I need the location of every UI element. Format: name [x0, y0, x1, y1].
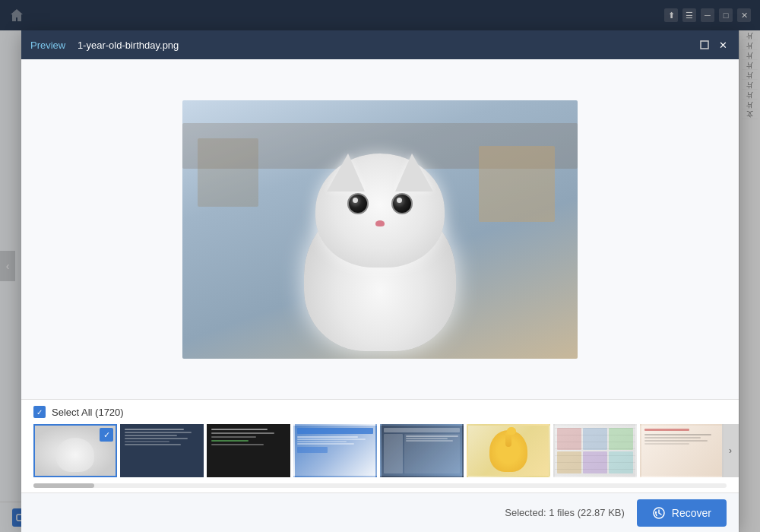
thumb-screenshot-content: [295, 426, 375, 476]
thumb-document-content: [641, 426, 722, 476]
select-all-row[interactable]: ✓ Select All (1720): [21, 400, 739, 424]
thumbnail-item[interactable]: [120, 424, 204, 477]
cat-nose: [375, 220, 385, 226]
recover-button[interactable]: Recover: [637, 499, 727, 527]
thumbnail-item[interactable]: [293, 424, 377, 477]
thumbnail-scrollbar-thumb[interactable]: [33, 483, 94, 488]
modal-title-preview-label: Preview: [30, 40, 65, 51]
cat-head: [315, 154, 445, 268]
thumbnail-item[interactable]: [380, 424, 464, 477]
thumb-cat-body: [56, 438, 94, 472]
cat-ear-right: [395, 154, 433, 192]
modal-titlebar-controls: ✕: [698, 38, 730, 52]
svg-rect-2: [701, 41, 708, 49]
giraffe-head: [507, 427, 516, 435]
thumb-file-content: [555, 426, 635, 476]
modal-titlebar: Preview 1-year-old-birthday.png ✕: [21, 30, 739, 59]
thumbnail-strip: ✓: [21, 424, 739, 483]
thumb-check-1: ✓: [100, 428, 113, 442]
select-all-checkbox[interactable]: ✓: [33, 406, 46, 418]
selected-info: Selected: 1 files (22.87 KB): [505, 507, 625, 518]
modal-image-area: [21, 59, 739, 399]
modal-close-button[interactable]: ✕: [716, 38, 730, 52]
thumbnail-item[interactable]: [553, 424, 637, 477]
cat-body: [258, 146, 502, 359]
recover-button-label: Recover: [672, 507, 711, 519]
thumbnail-next-arrow[interactable]: ›: [722, 424, 739, 477]
thumbnails-section: ✓ Select All (1720) ✓: [21, 399, 739, 492]
cat-ear-left: [327, 154, 365, 192]
thumb-text-content: [122, 426, 202, 476]
thumbnail-scrollbar-track[interactable]: [33, 483, 727, 488]
modal-title-filename: 1-year-old-birthday.png: [78, 40, 179, 51]
modal-action-bar: Selected: 1 files (22.87 KB) Recover: [21, 492, 739, 532]
thumbnail-item[interactable]: [207, 424, 290, 477]
thumbnail-item[interactable]: [467, 424, 550, 477]
select-all-label: Select All (1720): [52, 407, 124, 418]
cat-eye-left: [347, 193, 369, 214]
recover-icon: [652, 506, 666, 520]
modal-maximize-button[interactable]: [698, 38, 711, 52]
preview-image: [182, 100, 578, 359]
thumbnail-item[interactable]: [640, 424, 724, 477]
modal-title-separator: [70, 40, 73, 51]
thumb-terminal-content: [208, 426, 289, 476]
thumbnail-item[interactable]: ✓: [33, 424, 117, 477]
preview-modal: Preview 1-year-old-birthday.png ✕: [21, 30, 739, 532]
thumb-screenshot2-content: [382, 426, 462, 476]
box-left-bg: [198, 138, 258, 207]
cat-eye-right: [391, 193, 413, 214]
